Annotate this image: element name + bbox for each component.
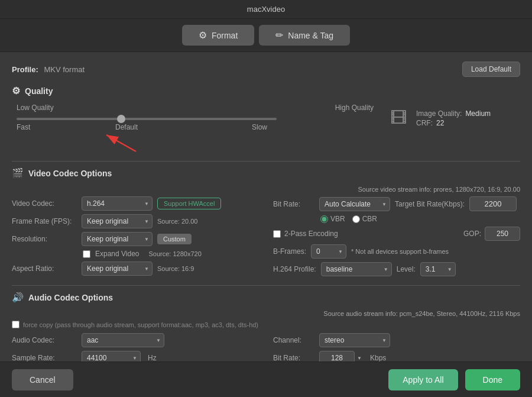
target-bitrate-input[interactable]	[469, 196, 517, 211]
format-icon: ⚙	[199, 30, 207, 41]
default-label: Default	[115, 123, 138, 131]
target-bit-rate-label: Target Bit Rate(Kbps):	[395, 200, 465, 208]
resolution-label: Resolution:	[12, 235, 77, 243]
hz-label: Hz	[148, 354, 157, 362]
expand-video-checkbox[interactable]	[83, 250, 90, 258]
h264-profile-select-wrap: baseline	[321, 262, 392, 276]
force-copy-row: force copy (pass through audio stream, s…	[12, 321, 520, 328]
profile-value: MKV format	[44, 65, 85, 74]
quality-main: Low Quality High Quality Fast Default Sl…	[12, 104, 520, 153]
codec-row-framerate: Frame Rate (FPS): Keep original Source: …	[12, 214, 259, 228]
twopass-checkbox[interactable]	[273, 230, 281, 238]
audio-codec-select[interactable]: aac	[82, 333, 164, 347]
audio-codec-label: Audio Codec:	[12, 336, 77, 344]
audio-codec-title-text: Audio Codec Options	[28, 293, 113, 302]
bframes-label: B-Frames:	[273, 247, 306, 256]
video-codec-select[interactable]: h.264	[82, 196, 153, 211]
resolution-select[interactable]: Keep original	[82, 232, 153, 246]
load-default-button[interactable]: Load Default	[462, 62, 520, 77]
aspect-ratio-source: Source: 16:9	[157, 265, 194, 272]
codec-row-aspect: Aspect Ratio: Keep original Source: 16:9	[12, 262, 259, 276]
channel-select[interactable]: stereo	[319, 333, 390, 347]
audio-codec-section: 🔊 Audio Codec Options Source audio strea…	[12, 292, 520, 362]
app-title: macXvideo	[247, 5, 285, 14]
resolution-source: Source: 1280x720	[149, 250, 202, 257]
done-button[interactable]: Done	[465, 369, 520, 390]
tab-bar: ⚙ Format ✏ Name & Tag	[0, 19, 532, 52]
audio-icon: 🔊	[12, 292, 24, 303]
audio-source-info: Source audio stream info: pcm_s24be, Ste…	[12, 310, 520, 317]
low-quality-label: Low Quality	[17, 104, 54, 112]
level-select[interactable]: 3.1	[420, 262, 456, 276]
apply-all-button[interactable]: Apply to All	[388, 369, 458, 390]
force-copy-checkbox[interactable]	[12, 321, 20, 328]
twopass-label: 2-Pass Encoding	[284, 230, 338, 238]
video-source-info: Source video stream info: prores, 1280x7…	[12, 186, 520, 193]
expand-video-label: Expand Video	[95, 250, 140, 258]
video-codec-select-wrap: h.264	[82, 196, 153, 211]
bframes-select-wrap: 0	[311, 244, 346, 259]
twopass-row: 2-Pass Encoding	[273, 230, 338, 238]
audio-codec-title: 🔊 Audio Codec Options	[12, 292, 520, 303]
quality-values: Image Quality: Medium CRF: 22	[416, 109, 491, 127]
gop-input[interactable]	[485, 227, 520, 241]
bframes-select[interactable]: 0	[311, 244, 346, 259]
sample-rate-select-wrap: 44100	[82, 351, 141, 362]
bitrate-row: Bit Rate: Auto Calculate Target Bit Rate…	[273, 196, 520, 211]
sample-rate-select[interactable]: 44100	[82, 351, 141, 362]
video-codec-title-text: Video Codec Options	[28, 169, 112, 178]
cancel-button[interactable]: Cancel	[12, 369, 73, 390]
audio-bitrate-row: Bit Rate: Kbps	[273, 351, 520, 362]
frame-rate-select[interactable]: Keep original	[82, 214, 153, 228]
aspect-ratio-select[interactable]: Keep original	[82, 262, 153, 276]
tab-name-tag[interactable]: ✏ Name & Tag	[259, 25, 350, 46]
vbr-radio[interactable]	[320, 215, 328, 223]
twopass-gop-row: 2-Pass Encoding GOP:	[273, 227, 520, 241]
slow-label: Slow	[252, 123, 267, 131]
video-codec-title: 🎬 Video Codec Options	[12, 167, 520, 179]
vbr-label: VBR	[320, 215, 345, 223]
high-quality-label: High Quality	[335, 104, 374, 112]
crf-label: CRF:	[416, 119, 433, 127]
bottom-right: Apply to All Done	[388, 369, 520, 390]
bottom-bar: Cancel Apply to All Done	[0, 362, 532, 397]
audio-bitrate-input[interactable]	[319, 351, 355, 362]
quality-section-title: ⚙ Quality	[12, 85, 520, 96]
nametag-icon: ✏	[275, 30, 283, 41]
image-quality-label: Image Quality:	[416, 109, 462, 118]
quality-slider[interactable]	[17, 118, 277, 120]
audio-codec-select-wrap: aac	[82, 333, 164, 347]
quality-section: ⚙ Quality Low Quality High Quality Fast …	[12, 85, 520, 153]
cbr-text: CBR	[362, 215, 377, 223]
bitrate-select[interactable]: Auto Calculate	[319, 197, 390, 211]
hw-accel-button[interactable]: Support HWAccel	[157, 198, 221, 209]
quality-left: Low Quality High Quality Fast Default Sl…	[12, 104, 378, 153]
fast-label: Fast	[17, 123, 30, 131]
vbr-text: VBR	[330, 215, 345, 223]
cbr-radio[interactable]	[352, 215, 360, 223]
profile-row: Profile: MKV format Load Default	[12, 62, 520, 77]
audio-codec-row: Audio Codec: aac	[12, 333, 259, 347]
h264-profile-select[interactable]: baseline	[321, 262, 392, 276]
arrow-area	[12, 131, 378, 153]
profile-label: Profile:	[12, 65, 38, 74]
video-icon: 🎬	[12, 167, 24, 179]
svg-line-1	[106, 135, 136, 151]
level-label: Level:	[397, 265, 416, 273]
audio-codec-right: Channel: stereo Bit Rate: Kbps	[273, 333, 520, 362]
h264-profile-row: H.264 Profile: baseline Level: 3.1	[273, 262, 520, 276]
video-codec-left: Video Codec: h.264 Support HWAccel Frame…	[12, 196, 259, 279]
force-copy-label: force copy (pass through audio stream, s…	[23, 321, 258, 328]
bframes-note: * Not all devices support b-frames	[351, 248, 449, 255]
video-codec-grid: Video Codec: h.264 Support HWAccel Frame…	[12, 196, 520, 279]
bitrate-select-wrap: Auto Calculate	[319, 197, 390, 211]
sample-rate-row: Sample Rate: 44100 Hz	[12, 351, 259, 362]
custom-button[interactable]: Custom	[157, 234, 192, 244]
tab-format[interactable]: ⚙ Format	[182, 25, 254, 46]
video-codec-right: Bit Rate: Auto Calculate Target Bit Rate…	[273, 196, 520, 279]
image-quality-value: Medium	[465, 109, 491, 118]
audio-codec-left: Audio Codec: aac Sample Rate: 44100	[12, 333, 259, 362]
frame-rate-label: Frame Rate (FPS):	[12, 217, 77, 225]
tab-name-tag-label: Name & Tag	[288, 31, 333, 40]
bframes-row: B-Frames: 0 * Not all devices support b-…	[273, 244, 520, 259]
